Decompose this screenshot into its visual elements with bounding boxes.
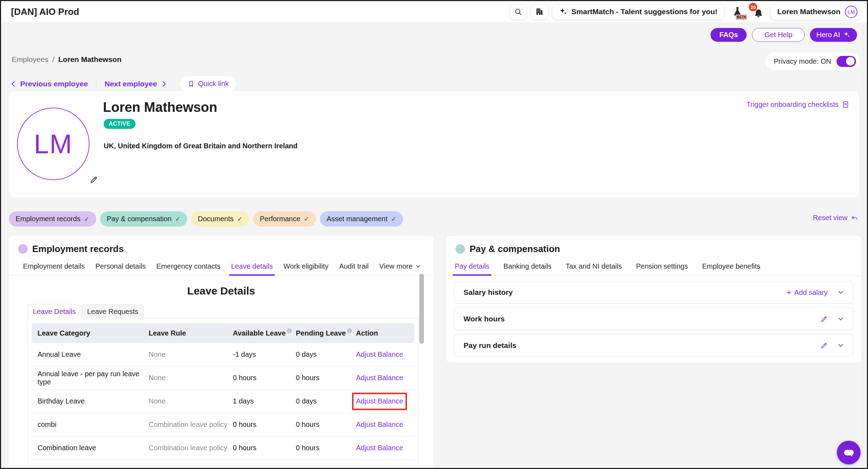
tab[interactable]: Pension settings (636, 262, 688, 276)
check-icon: ✓ (391, 215, 396, 223)
privacy-toggle[interactable] (837, 56, 856, 67)
reset-view-link[interactable]: Reset view (813, 214, 858, 222)
hero-ai-button[interactable]: Hero AI (810, 28, 857, 42)
info-icon[interactable] (287, 327, 292, 335)
notifications-button[interactable]: 20 (751, 4, 766, 19)
breadcrumb-employees-link[interactable]: Employees (12, 55, 48, 64)
section-tag[interactable]: Documents ✓ (191, 211, 249, 227)
adjust-balance-link[interactable]: Adjust Balance (356, 350, 403, 358)
tab[interactable]: Audit trail (339, 262, 368, 276)
top-bar-actions: SmartMatch - Talent suggestions for you!… (510, 4, 861, 20)
tab[interactable]: Employment details (23, 262, 85, 276)
tab[interactable]: Work eligibility (283, 262, 328, 276)
pending-leave-cell: 0 days (296, 350, 356, 359)
accordion-section[interactable]: Pay run details (454, 334, 853, 357)
pay-compensation-card: Pay & compensation Pay details Banking d… (446, 236, 861, 362)
section-dot-icon (455, 244, 465, 254)
column-header: Leave Category (32, 329, 149, 337)
chevron-down-icon[interactable] (838, 316, 844, 322)
leave-category-cell: Annual leave - per pay run leave type (32, 370, 149, 386)
section-tag[interactable]: Asset management ✓ (320, 211, 403, 227)
subtab[interactable]: Leave Requests (82, 304, 144, 319)
table-row: Birthday Leave None 1 days 0 days Adjust… (32, 390, 414, 413)
section-tag[interactable]: Pay & compensation ✓ (100, 211, 188, 227)
avatar-initials: LM (34, 128, 73, 159)
previous-employee-link[interactable]: Previous employee (10, 80, 88, 88)
accordion-section[interactable]: Salary history + Add salary (454, 281, 853, 304)
chat-bubble-icon (843, 446, 855, 459)
pending-leave-cell: 0 days (296, 397, 356, 405)
action-cell: Adjust Balance (356, 421, 414, 429)
adjust-balance-link[interactable]: Adjust Balance (356, 421, 403, 428)
user-menu-button[interactable]: Loren Mathewson LM (770, 4, 861, 20)
column-header: Leave Rule (149, 329, 233, 337)
next-employee-link[interactable]: Next employee (104, 80, 167, 88)
chevron-left-icon (10, 81, 17, 87)
breadcrumb: Employees / Loren Mathewson (12, 55, 121, 64)
leave-category-cell: combi (32, 421, 149, 429)
app-window: [DAN] AIO Prod SmartMatch - Talent sugge… (0, 0, 868, 469)
quick-link-button[interactable]: Quick link (180, 76, 236, 91)
edit-avatar-button[interactable] (90, 176, 98, 185)
sparkle-icon (559, 7, 568, 16)
search-button[interactable] (510, 4, 527, 19)
section-tag[interactable]: Performance ✓ (253, 211, 316, 227)
chevron-down-icon[interactable] (838, 289, 844, 296)
tab[interactable]: Pay details (455, 262, 489, 276)
add-salary-button[interactable]: + Add salary (786, 288, 828, 297)
leave-rule-cell: None (149, 374, 233, 382)
section-tag[interactable]: Employment records ✓ (9, 211, 96, 227)
leave-category-cell: Annual Leave (32, 350, 149, 359)
leave-rule-cell: Combination leave policy (149, 421, 233, 429)
hero-ai-label: Hero AI (816, 31, 840, 39)
chevron-down-icon (415, 264, 421, 269)
labs-button[interactable]: BETA (729, 4, 746, 20)
tab[interactable]: Tax and NI details (566, 262, 622, 276)
tab[interactable]: Leave details (231, 262, 273, 276)
adjust-balance-link[interactable]: Adjust Balance (356, 467, 403, 469)
leave-table-header: Leave Category Leave Rule Available Leav… (32, 323, 414, 343)
available-leave-cell: -1 days (233, 350, 296, 359)
organisation-button[interactable] (531, 4, 548, 19)
breadcrumb-current: Loren Mathewson (58, 55, 122, 64)
leave-category-cell: Combination leave (32, 444, 149, 452)
employment-records-card: Employment records Employment details Pe… (9, 236, 433, 469)
info-icon[interactable] (347, 327, 352, 335)
adjust-balance-link[interactable]: Adjust Balance (356, 444, 403, 452)
action-cell: Adjust Balance (356, 467, 414, 469)
edit-pencil-icon[interactable] (820, 315, 828, 323)
available-leave-cell: 0 hours (233, 374, 296, 382)
tab[interactable]: Banking details (504, 262, 552, 276)
chat-widget-button[interactable] (837, 441, 861, 464)
adjust-balance-link[interactable]: Adjust Balance (356, 374, 403, 382)
get-help-button[interactable]: Get Help (752, 28, 805, 42)
plus-icon: + (786, 288, 791, 297)
tab[interactable]: Personal details (96, 262, 146, 276)
leave-subtabs: Leave Details Leave Requests (28, 304, 433, 318)
action-cell: Adjust Balance (356, 444, 414, 452)
employee-name: Loren Mathewson (103, 100, 217, 115)
smartmatch-button[interactable]: SmartMatch - Talent suggestions for you! (552, 4, 724, 19)
leave-category-cell: Entitlement-based leave (32, 467, 149, 469)
chevron-down-icon[interactable] (838, 342, 844, 349)
faqs-button[interactable]: FAQs (711, 28, 747, 42)
tab[interactable]: View more (379, 262, 421, 276)
window-scrollbar[interactable] (862, 22, 867, 468)
sparkle-icon (843, 31, 851, 39)
accordion-label: Salary history (464, 288, 513, 297)
adjust-balance-link[interactable]: Adjust Balance (356, 397, 403, 405)
employment-tabs: Employment details Personal details Emer… (9, 254, 433, 276)
accordion-section[interactable]: Work hours (454, 308, 853, 330)
trigger-onboarding-link[interactable]: Trigger onboarding checklists (747, 101, 850, 109)
tab[interactable]: Emergency contacts (156, 262, 220, 276)
check-icon: ✓ (175, 215, 180, 223)
card-header: Employment records (9, 236, 433, 254)
edit-pencil-icon[interactable] (820, 342, 828, 349)
employee-location: UK, United Kingdom of Great Britain and … (104, 142, 298, 150)
privacy-mode-label: Privacy mode: ON (774, 57, 831, 65)
subtab[interactable]: Leave Details (28, 304, 81, 319)
breadcrumb-separator: / (52, 55, 54, 64)
check-icon: ✓ (237, 215, 242, 223)
tab[interactable]: Employee benefits (702, 262, 760, 276)
employee-navigation: Previous employee Next employee Quick li… (10, 76, 236, 91)
